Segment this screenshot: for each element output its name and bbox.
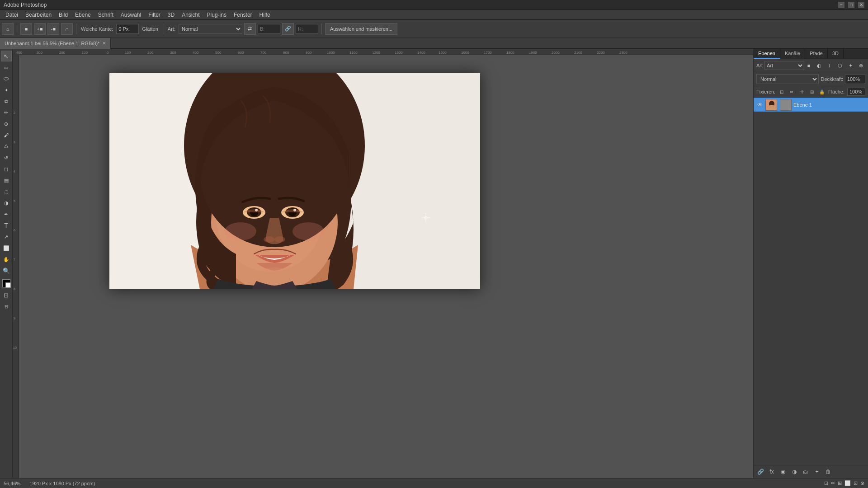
layer-style-btn[interactable]: fx: [767, 467, 777, 477]
foreground-color[interactable]: [2, 279, 10, 287]
menu-fenster[interactable]: Fenster: [230, 11, 256, 19]
tab-close-btn[interactable]: ✕: [102, 41, 106, 46]
layer-link-btn[interactable]: 🔗: [755, 467, 765, 477]
crop-tool[interactable]: ⧉: [1, 96, 12, 107]
layer-delete-btn[interactable]: 🗑: [823, 467, 833, 477]
lock-artboard-btn[interactable]: ⊞: [808, 88, 816, 96]
height-input[interactable]: [296, 24, 318, 34]
layer-adjustment-btn[interactable]: ◑: [789, 467, 799, 477]
status-btn-5[interactable]: ⊡: [854, 480, 858, 486]
lock-transparent-btn[interactable]: ⊡: [778, 88, 785, 96]
tab-ebenen[interactable]: Ebenen: [754, 49, 780, 59]
image-canvas[interactable]: [109, 73, 480, 289]
eraser-tool[interactable]: ◻: [1, 164, 12, 174]
layer-type-filter[interactable]: Art: [764, 61, 804, 70]
svg-text:1100: 1100: [349, 51, 358, 55]
status-btn-6[interactable]: ⊗: [860, 480, 864, 486]
layer-item[interactable]: 👁 Ebene 1: [754, 98, 868, 112]
width-input[interactable]: [258, 24, 280, 34]
shape-tool[interactable]: ⬜: [1, 243, 12, 253]
screen-mode-tool[interactable]: ⊟: [1, 301, 12, 312]
menu-datei[interactable]: Datei: [2, 11, 22, 19]
active-tab[interactable]: Unbenannt-1 bei 56,5% (Ebene 1, RGB/8)* …: [0, 38, 111, 49]
intersect-selection-btn[interactable]: ∩: [61, 23, 73, 35]
lasso-tool[interactable]: ⬭: [1, 73, 12, 84]
art-label: Art:: [168, 26, 175, 32]
gradient-tool[interactable]: ▤: [1, 175, 12, 186]
lock-ratio-btn[interactable]: 🔗: [282, 23, 294, 35]
layer-mask-btn[interactable]: ◉: [778, 467, 788, 477]
fill-input[interactable]: [847, 88, 865, 96]
status-btn-1[interactable]: ⊡: [824, 480, 828, 486]
statusbar-right: ⊡ ✏ ⊞ ⬜ ⊡ ⊗: [824, 480, 864, 486]
swap-btn[interactable]: ⇄: [244, 23, 256, 35]
blend-mode-select[interactable]: Normal Auflösen Abdunkeln Multiplizieren: [756, 74, 819, 84]
layer-filter-text[interactable]: T: [825, 61, 834, 70]
eyedropper-tool[interactable]: ✏: [1, 107, 12, 118]
layer-filter-pixel[interactable]: ■: [804, 61, 813, 70]
dodge-tool[interactable]: ◑: [1, 197, 12, 208]
selection-tool[interactable]: ▭: [1, 62, 12, 73]
status-btn-2[interactable]: ✏: [831, 480, 835, 486]
quick-mask-tool[interactable]: ⊡: [1, 290, 12, 300]
add-selection-btn[interactable]: +■: [34, 23, 46, 35]
menu-ansicht[interactable]: Ansicht: [178, 11, 203, 19]
tab-3d[interactable]: 3D: [828, 49, 844, 59]
svg-text:800: 800: [283, 51, 289, 55]
panel-tabs: Ebenen Kanäle Pfade 3D: [754, 49, 868, 59]
status-btn-4[interactable]: ⬜: [844, 480, 851, 486]
close-button[interactable]: ✕: [858, 2, 864, 8]
layer-filter-adjust[interactable]: ◐: [815, 61, 824, 70]
menu-auswahl[interactable]: Auswahl: [117, 11, 145, 19]
layer-new-btn[interactable]: +: [812, 467, 822, 477]
art-select[interactable]: Normal Fest umrissen Festes Seitenverhäl…: [179, 24, 242, 34]
text-tool[interactable]: T: [1, 220, 12, 231]
layer-visibility-toggle[interactable]: 👁: [756, 101, 764, 108]
menu-filter[interactable]: Filter: [145, 11, 164, 19]
layer-filter-shape[interactable]: ⬡: [835, 61, 844, 70]
menu-bearbeiten[interactable]: Bearbeiten: [22, 11, 55, 19]
tab-kanaele[interactable]: Kanäle: [780, 49, 805, 59]
menu-3d[interactable]: 3D: [164, 11, 178, 19]
path-selection-tool[interactable]: ↗: [1, 231, 12, 242]
menu-schrift[interactable]: Schrift: [94, 11, 117, 19]
menu-hilfe[interactable]: Hilfe: [256, 11, 274, 19]
menu-plugins[interactable]: Plug-ins: [203, 11, 230, 19]
titlebar-left: Adobe Photoshop: [4, 2, 47, 8]
menu-bild[interactable]: Bild: [55, 11, 71, 19]
svg-text:1600: 1600: [461, 51, 469, 55]
tab-pfade[interactable]: Pfade: [805, 49, 828, 59]
move-tool[interactable]: ↖: [1, 51, 12, 61]
zoom-tool[interactable]: 🔍: [1, 265, 12, 276]
pen-tool[interactable]: ✒: [1, 209, 12, 220]
brush-tool[interactable]: 🖌: [1, 130, 12, 141]
menu-ebene[interactable]: Ebene: [71, 11, 94, 19]
lock-position-btn[interactable]: ✛: [798, 88, 805, 96]
new-selection-btn[interactable]: ■: [20, 23, 32, 35]
lock-pixels-btn[interactable]: ✏: [788, 88, 795, 96]
subtract-selection-btn[interactable]: -■: [47, 23, 59, 35]
layer-filter-toggle[interactable]: ⊗: [856, 61, 865, 70]
minimize-button[interactable]: −: [838, 2, 844, 8]
background-color[interactable]: [5, 282, 11, 288]
opacity-input[interactable]: [845, 74, 865, 84]
svg-point-61: [292, 222, 324, 240]
layer-filter-smart[interactable]: ✦: [846, 61, 855, 70]
weiche-kante-input[interactable]: [116, 24, 139, 34]
maximize-button[interactable]: □: [848, 2, 854, 8]
status-btn-3[interactable]: ⊞: [838, 480, 842, 486]
svg-text:1800: 1800: [506, 51, 514, 55]
hand-tool[interactable]: ✋: [1, 254, 12, 265]
magic-wand-tool[interactable]: ✦: [1, 84, 12, 95]
svg-text:-300: -300: [35, 51, 43, 55]
history-brush-tool[interactable]: ↺: [1, 152, 12, 163]
lock-all-btn[interactable]: 🔒: [818, 88, 826, 96]
clone-stamp-tool[interactable]: ♺: [1, 141, 12, 152]
select-mask-button[interactable]: Auswählen und maskieren...: [325, 23, 397, 35]
layer-group-btn[interactable]: 🗂: [801, 467, 811, 477]
healing-brush-tool[interactable]: ⊕: [1, 118, 12, 129]
canvas-content[interactable]: [19, 55, 753, 478]
blur-tool[interactable]: ◌: [1, 186, 12, 197]
canvas-area[interactable]: -400 -300 -200 -100 0 100 200 300 400 50…: [13, 49, 753, 478]
home-button[interactable]: ⌂: [2, 23, 14, 35]
